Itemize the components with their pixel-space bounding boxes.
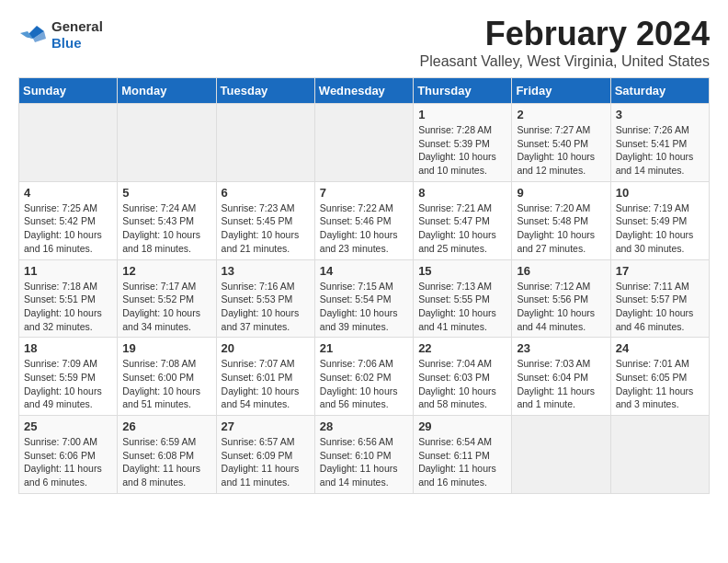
calendar-row: 4Sunrise: 7:25 AM Sunset: 5:42 PM Daylig…: [19, 181, 710, 259]
day-number: 14: [320, 264, 408, 278]
day-number: 26: [122, 419, 210, 433]
day-number: 3: [616, 108, 704, 121]
calendar-cell: 3Sunrise: 7:26 AM Sunset: 5:41 PM Daylig…: [610, 104, 709, 182]
header-cell-thursday: Thursday: [414, 78, 512, 104]
calendar-cell: 6Sunrise: 7:23 AM Sunset: 5:45 PM Daylig…: [216, 181, 314, 259]
header-row: SundayMondayTuesdayWednesdayThursdayFrid…: [19, 78, 710, 104]
day-detail: Sunrise: 6:59 AM Sunset: 6:08 PM Dayligh…: [122, 435, 210, 489]
day-detail: Sunrise: 7:11 AM Sunset: 5:57 PM Dayligh…: [616, 280, 704, 334]
page-title: February 2024: [18, 15, 710, 53]
calendar-cell: 21Sunrise: 7:06 AM Sunset: 6:02 PM Dayli…: [314, 338, 413, 416]
calendar-cell: [610, 416, 709, 494]
day-number: 17: [616, 264, 704, 278]
logo-general: General: [51, 18, 103, 34]
calendar-cell: [314, 104, 413, 182]
page-subtitle: Pleasant Valley, West Virginia, United S…: [18, 53, 710, 70]
day-number: 20: [222, 341, 310, 355]
day-detail: Sunrise: 7:09 AM Sunset: 5:59 PM Dayligh…: [24, 357, 112, 411]
calendar-cell: 18Sunrise: 7:09 AM Sunset: 5:59 PM Dayli…: [19, 338, 118, 416]
calendar-cell: 26Sunrise: 6:59 AM Sunset: 6:08 PM Dayli…: [118, 416, 216, 494]
day-detail: Sunrise: 7:12 AM Sunset: 5:56 PM Dayligh…: [517, 280, 605, 334]
calendar-row: 18Sunrise: 7:09 AM Sunset: 5:59 PM Dayli…: [19, 338, 710, 416]
calendar-cell: [19, 104, 118, 182]
day-detail: Sunrise: 7:03 AM Sunset: 6:04 PM Dayligh…: [517, 357, 605, 411]
day-number: 29: [418, 419, 506, 433]
calendar-cell: [216, 104, 314, 182]
calendar-cell: [118, 104, 216, 182]
calendar-cell: 29Sunrise: 6:54 AM Sunset: 6:11 PM Dayli…: [414, 416, 512, 494]
day-detail: Sunrise: 7:07 AM Sunset: 6:01 PM Dayligh…: [222, 357, 310, 411]
day-detail: Sunrise: 7:24 AM Sunset: 5:43 PM Dayligh…: [122, 201, 210, 256]
calendar-cell: 2Sunrise: 7:27 AM Sunset: 5:40 PM Daylig…: [512, 104, 610, 182]
header-cell-friday: Friday: [512, 78, 610, 104]
day-number: 4: [24, 186, 112, 200]
day-number: 9: [517, 186, 605, 200]
logo-blue: Blue: [51, 35, 82, 51]
calendar-cell: 27Sunrise: 6:57 AM Sunset: 6:09 PM Dayli…: [216, 416, 314, 494]
day-detail: Sunrise: 7:15 AM Sunset: 5:54 PM Dayligh…: [320, 280, 408, 334]
day-detail: Sunrise: 7:23 AM Sunset: 5:45 PM Dayligh…: [222, 201, 310, 256]
header-cell-tuesday: Tuesday: [216, 78, 314, 104]
logo-icon: [18, 18, 48, 52]
day-detail: Sunrise: 7:16 AM Sunset: 5:53 PM Dayligh…: [222, 280, 310, 334]
calendar-table: SundayMondayTuesdayWednesdayThursdayFrid…: [18, 77, 710, 494]
calendar-cell: 24Sunrise: 7:01 AM Sunset: 6:05 PM Dayli…: [610, 338, 709, 416]
day-number: 10: [616, 186, 704, 200]
day-number: 24: [616, 341, 704, 355]
calendar-cell: 14Sunrise: 7:15 AM Sunset: 5:54 PM Dayli…: [314, 259, 413, 338]
header-cell-wednesday: Wednesday: [314, 78, 413, 104]
day-number: 21: [320, 341, 408, 355]
calendar-cell: 22Sunrise: 7:04 AM Sunset: 6:03 PM Dayli…: [414, 338, 512, 416]
day-detail: Sunrise: 7:06 AM Sunset: 6:02 PM Dayligh…: [320, 357, 408, 411]
day-number: 2: [517, 108, 605, 121]
logo-bird-icon: [18, 18, 48, 48]
header-cell-monday: Monday: [118, 78, 216, 104]
day-detail: Sunrise: 6:54 AM Sunset: 6:11 PM Dayligh…: [418, 435, 506, 489]
page-header: February 2024 Pleasant Valley, West Virg…: [18, 15, 710, 70]
calendar-cell: 16Sunrise: 7:12 AM Sunset: 5:56 PM Dayli…: [512, 259, 610, 338]
calendar-row: 1Sunrise: 7:28 AM Sunset: 5:39 PM Daylig…: [19, 104, 710, 182]
calendar-cell: 17Sunrise: 7:11 AM Sunset: 5:57 PM Dayli…: [610, 259, 709, 338]
day-number: 23: [517, 341, 605, 355]
calendar-cell: 23Sunrise: 7:03 AM Sunset: 6:04 PM Dayli…: [512, 338, 610, 416]
day-number: 25: [24, 419, 112, 433]
day-detail: Sunrise: 6:57 AM Sunset: 6:09 PM Dayligh…: [222, 435, 310, 489]
day-number: 7: [320, 186, 408, 200]
day-number: 11: [24, 264, 112, 278]
day-number: 5: [122, 186, 210, 200]
calendar-cell: [512, 416, 610, 494]
calendar-cell: 7Sunrise: 7:22 AM Sunset: 5:46 PM Daylig…: [314, 181, 413, 259]
day-number: 19: [122, 341, 210, 355]
header-cell-sunday: Sunday: [19, 78, 118, 104]
calendar-cell: 25Sunrise: 7:00 AM Sunset: 6:06 PM Dayli…: [19, 416, 118, 494]
day-number: 22: [418, 341, 506, 355]
calendar-cell: 20Sunrise: 7:07 AM Sunset: 6:01 PM Dayli…: [216, 338, 314, 416]
day-detail: Sunrise: 7:20 AM Sunset: 5:48 PM Dayligh…: [517, 201, 605, 256]
day-number: 13: [222, 264, 310, 278]
day-detail: Sunrise: 7:01 AM Sunset: 6:05 PM Dayligh…: [616, 357, 704, 411]
calendar-cell: 19Sunrise: 7:08 AM Sunset: 6:00 PM Dayli…: [118, 338, 216, 416]
day-detail: Sunrise: 7:00 AM Sunset: 6:06 PM Dayligh…: [24, 435, 112, 489]
calendar-cell: 13Sunrise: 7:16 AM Sunset: 5:53 PM Dayli…: [216, 259, 314, 338]
calendar-cell: 15Sunrise: 7:13 AM Sunset: 5:55 PM Dayli…: [414, 259, 512, 338]
day-detail: Sunrise: 7:26 AM Sunset: 5:41 PM Dayligh…: [616, 123, 704, 178]
day-detail: Sunrise: 7:04 AM Sunset: 6:03 PM Dayligh…: [418, 357, 506, 411]
calendar-row: 11Sunrise: 7:18 AM Sunset: 5:51 PM Dayli…: [19, 259, 710, 338]
calendar-cell: 5Sunrise: 7:24 AM Sunset: 5:43 PM Daylig…: [118, 181, 216, 259]
day-detail: Sunrise: 7:22 AM Sunset: 5:46 PM Dayligh…: [320, 201, 408, 256]
day-detail: Sunrise: 7:27 AM Sunset: 5:40 PM Dayligh…: [517, 123, 605, 178]
day-detail: Sunrise: 7:21 AM Sunset: 5:47 PM Dayligh…: [418, 201, 506, 256]
day-number: 18: [24, 341, 112, 355]
calendar-row: 25Sunrise: 7:00 AM Sunset: 6:06 PM Dayli…: [19, 416, 710, 494]
day-detail: Sunrise: 7:19 AM Sunset: 5:49 PM Dayligh…: [616, 201, 704, 256]
day-number: 6: [222, 186, 310, 200]
day-detail: Sunrise: 7:25 AM Sunset: 5:42 PM Dayligh…: [24, 201, 112, 256]
day-number: 1: [418, 108, 506, 121]
calendar-cell: 1Sunrise: 7:28 AM Sunset: 5:39 PM Daylig…: [414, 104, 512, 182]
calendar-cell: 28Sunrise: 6:56 AM Sunset: 6:10 PM Dayli…: [314, 416, 413, 494]
calendar-header: SundayMondayTuesdayWednesdayThursdayFrid…: [19, 78, 710, 104]
day-detail: Sunrise: 6:56 AM Sunset: 6:10 PM Dayligh…: [320, 435, 408, 489]
day-detail: Sunrise: 7:17 AM Sunset: 5:52 PM Dayligh…: [122, 280, 210, 334]
header-cell-saturday: Saturday: [610, 78, 709, 104]
logo: General Blue: [18, 18, 103, 52]
